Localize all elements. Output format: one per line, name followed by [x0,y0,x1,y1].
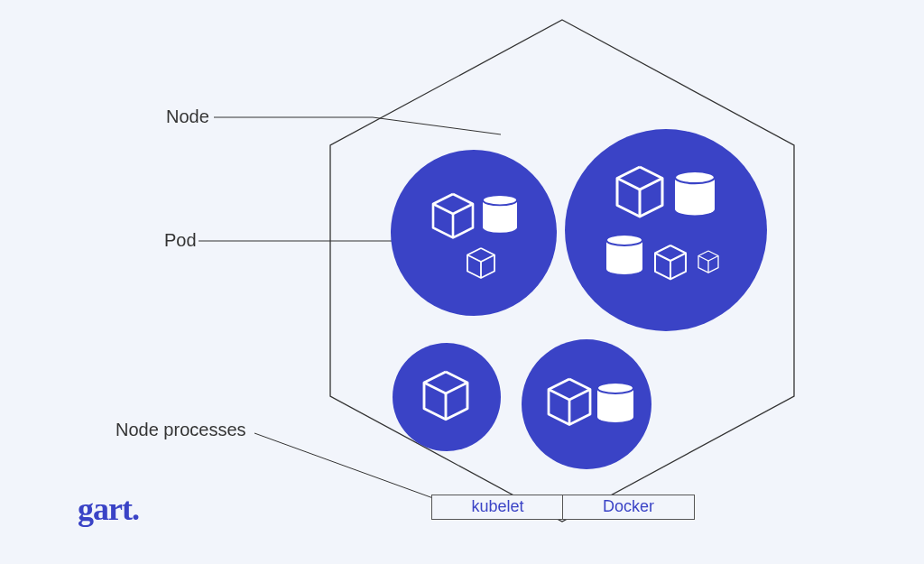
pod-top-right [565,129,767,331]
label-node: Node [166,106,209,127]
svg-point-3 [391,150,557,316]
pod-bottom-left [393,343,501,451]
node-hexagon [330,20,794,522]
svg-point-5 [393,343,501,451]
svg-point-4 [565,129,767,331]
label-node-processes: Node processes [116,420,246,440]
pod-top-left [391,150,557,316]
pod-bottom-right [522,339,651,469]
label-pod: Pod [164,230,197,251]
process-docker: Docker [562,495,695,520]
node-diagram-svg [0,0,924,564]
brand-logo: gart. [78,490,139,528]
process-kubelet: kubelet [431,495,564,520]
diagram-canvas: Node Pod Node processes kubelet Docker g… [0,0,924,564]
connector-node [214,117,501,134]
connector-node-processes [254,433,433,498]
svg-point-6 [522,339,651,469]
